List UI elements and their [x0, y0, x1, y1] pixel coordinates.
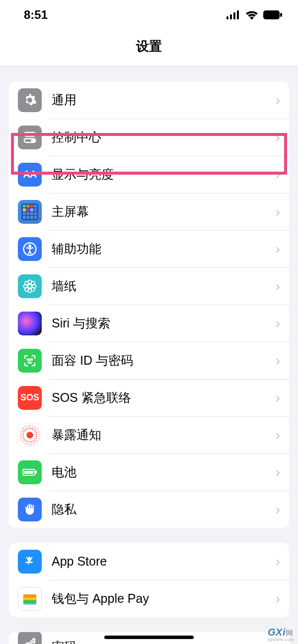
settings-row-display-brightness[interactable]: AA 显示与亮度 › [9, 156, 289, 193]
svg-rect-25 [24, 471, 33, 474]
row-label: Siri 与搜索 [52, 315, 276, 331]
faceid-icon [18, 349, 42, 373]
settings-row-privacy[interactable]: 隐私 › [9, 491, 289, 528]
chevron-right-icon: › [276, 129, 280, 145]
chevron-right-icon: › [276, 554, 280, 570]
gear-icon [18, 88, 42, 112]
chevron-right-icon: › [276, 390, 280, 406]
chevron-right-icon: › [276, 591, 280, 607]
settings-row-accessibility[interactable]: 辅助功能 › [9, 230, 289, 267]
flower-icon [18, 274, 42, 298]
row-label: App Store [52, 554, 276, 569]
wallet-icon [18, 587, 42, 611]
appstore-icon [18, 550, 42, 574]
status-time: 8:51 [24, 8, 48, 22]
row-label: 控制中心 [52, 129, 276, 145]
page-header: 设置 [0, 30, 298, 66]
settings-row-exposure[interactable]: 暴露通知 › [9, 416, 289, 453]
svg-rect-4 [263, 10, 280, 19]
settings-row-siri[interactable]: Siri 与搜索 › [9, 305, 289, 342]
svg-rect-2 [233, 12, 235, 19]
chevron-right-icon: › [276, 502, 280, 517]
svg-point-9 [32, 139, 34, 141]
exposure-icon [18, 423, 42, 447]
chevron-right-icon: › [276, 241, 280, 257]
svg-rect-29 [23, 600, 36, 603]
chevron-right-icon: › [276, 278, 280, 294]
homegrid-icon [18, 200, 42, 224]
row-label: 通用 [52, 92, 276, 108]
svg-rect-24 [35, 471, 37, 474]
row-label: 暴露通知 [52, 427, 276, 443]
svg-point-22 [31, 359, 33, 360]
siri-icon [18, 312, 42, 335]
home-indicator [104, 636, 194, 639]
svg-point-12 [28, 284, 32, 288]
row-label: 密码 [52, 639, 280, 644]
row-label: SOS 紧急联络 [52, 389, 276, 406]
row-label: 墙纸 [52, 278, 276, 294]
settings-row-battery[interactable]: 电池 › [9, 453, 289, 491]
chevron-right-icon: › [276, 204, 280, 220]
sos-icon: SOS [18, 386, 42, 410]
row-label: 面容 ID 与密码 [52, 352, 276, 369]
settings-row-sos[interactable]: SOS SOS 紧急联络 › [9, 379, 289, 416]
wifi-icon [245, 10, 258, 20]
accessibility-icon [18, 237, 42, 261]
chevron-right-icon: › [276, 92, 280, 108]
switch-icon [18, 126, 42, 149]
row-label: 电池 [52, 464, 276, 480]
row-label: 钱包与 Apple Pay [52, 590, 276, 607]
page-title: 设置 [0, 38, 298, 55]
key-icon [18, 632, 42, 644]
chevron-right-icon: › [276, 353, 280, 369]
settings-row-wallpaper[interactable]: 墙纸 › [9, 267, 289, 305]
chevron-right-icon: › [276, 427, 280, 443]
hand-icon [18, 498, 42, 521]
row-label: 主屏幕 [52, 203, 276, 220]
svg-rect-27 [23, 594, 36, 597]
svg-rect-3 [237, 10, 239, 19]
settings-row-faceid[interactable]: 面容 ID 与密码 › [9, 342, 289, 379]
svg-rect-0 [226, 16, 228, 19]
svg-rect-28 [23, 597, 36, 600]
row-label: 辅助功能 [52, 241, 276, 257]
settings-row-general[interactable]: 通用 › [9, 81, 289, 119]
battery-icon [263, 10, 282, 19]
settings-row-home-screen[interactable]: 主屏幕 › [9, 193, 289, 230]
settings-group-1: 通用 › 控制中心 › AA 显示与亮度 › 主屏幕 › 辅助功能 › 墙纸 › [9, 81, 289, 528]
svg-point-7 [25, 133, 28, 135]
chevron-right-icon: › [276, 167, 280, 183]
svg-rect-30 [23, 603, 36, 604]
row-label: 隐私 [52, 501, 276, 517]
status-indicators [226, 10, 282, 20]
settings-row-wallet[interactable]: 钱包与 Apple Pay › [9, 580, 289, 617]
textsize-icon: AA [18, 163, 42, 187]
settings-row-appstore[interactable]: App Store › [9, 543, 289, 580]
watermark: GXi网 system.com [268, 627, 294, 642]
svg-point-11 [29, 245, 31, 247]
svg-point-21 [27, 359, 29, 360]
svg-rect-1 [230, 14, 232, 19]
settings-group-2: App Store › 钱包与 Apple Pay › [9, 543, 289, 617]
chevron-right-icon: › [276, 316, 280, 331]
row-label: 显示与亮度 [52, 166, 276, 183]
battery-icon [18, 460, 42, 484]
svg-rect-5 [280, 13, 282, 17]
settings-row-control-center[interactable]: 控制中心 › [9, 119, 289, 156]
cellular-icon [226, 10, 240, 19]
status-bar: 8:51 [0, 0, 298, 30]
chevron-right-icon: › [276, 464, 280, 480]
